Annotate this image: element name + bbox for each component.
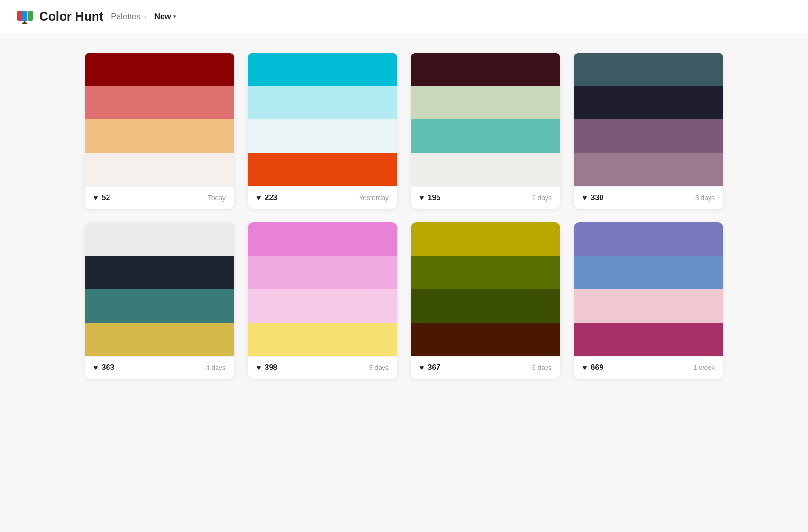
logo-area[interactable]: Color Hunt [15, 7, 103, 26]
palette-card[interactable]: ♥3985 days [248, 222, 397, 379]
svg-marker-4 [22, 21, 28, 24]
color-swatch [574, 153, 723, 186]
color-swatch [411, 153, 560, 186]
like-section[interactable]: ♥330 [582, 194, 603, 202]
color-swatch [248, 256, 397, 289]
main-content: ♥52Today♥223Yesterday♥1952 days♥3303 day… [69, 33, 739, 398]
like-count: 223 [265, 194, 278, 202]
palette-footer: ♥6691 week [574, 356, 723, 379]
color-swatch [248, 86, 397, 119]
color-swatch [411, 256, 560, 289]
palette-card[interactable]: ♥3676 days [411, 222, 560, 379]
color-swatch [85, 153, 234, 186]
palette-card[interactable]: ♥3303 days [574, 53, 723, 209]
like-count: 367 [428, 363, 441, 372]
like-count: 363 [102, 363, 115, 372]
color-swatch [85, 86, 234, 119]
palette-footer: ♥3634 days [85, 356, 234, 379]
color-swatch [574, 53, 723, 86]
color-swatch [85, 256, 234, 289]
time-label: 3 days [695, 194, 715, 202]
breadcrumb: Palettes › New ▾ [111, 10, 179, 23]
color-swatch [574, 222, 723, 256]
like-section[interactable]: ♥52 [93, 194, 110, 202]
site-title: Color Hunt [39, 9, 103, 24]
time-label: Today [208, 194, 226, 202]
heart-icon: ♥ [419, 363, 424, 372]
logo-icon [15, 7, 34, 26]
palette-colors [248, 53, 397, 186]
nav-current-label: New [154, 12, 171, 22]
palette-card[interactable]: ♥52Today [85, 53, 234, 209]
breadcrumb-separator: › [144, 12, 147, 21]
heart-icon: ♥ [582, 194, 587, 202]
palette-colors [248, 222, 397, 356]
color-swatch [248, 222, 397, 256]
color-swatch [85, 119, 234, 153]
palette-footer: ♥223Yesterday [248, 186, 397, 209]
like-count: 52 [102, 194, 110, 202]
time-label: 5 days [369, 364, 389, 371]
palette-colors [85, 222, 234, 356]
like-section[interactable]: ♥195 [419, 194, 440, 202]
like-count: 398 [265, 363, 278, 372]
palette-colors [411, 53, 560, 186]
like-section[interactable]: ♥669 [582, 363, 603, 372]
time-label: 4 days [206, 364, 226, 371]
like-section[interactable]: ♥363 [93, 363, 114, 372]
svg-rect-1 [17, 11, 22, 21]
heart-icon: ♥ [582, 363, 587, 372]
palette-footer: ♥1952 days [411, 186, 560, 209]
color-swatch [574, 323, 723, 356]
color-swatch [411, 222, 560, 256]
svg-rect-3 [28, 11, 33, 21]
chevron-down-icon: ▾ [173, 13, 176, 20]
palette-card[interactable]: ♥223Yesterday [248, 53, 397, 209]
time-label: 1 week [694, 364, 715, 371]
time-label: 6 days [532, 364, 552, 371]
palette-footer: ♥3303 days [574, 186, 723, 209]
time-label: Yesterday [359, 194, 389, 202]
color-swatch [248, 119, 397, 153]
heart-icon: ♥ [93, 194, 98, 202]
color-swatch [411, 53, 560, 86]
palette-colors [85, 53, 234, 186]
like-count: 330 [591, 194, 604, 202]
palette-footer: ♥3985 days [248, 356, 397, 379]
like-count: 195 [428, 194, 441, 202]
palette-card[interactable]: ♥6691 week [574, 222, 723, 379]
color-swatch [574, 289, 723, 323]
site-header: Color Hunt Palettes › New ▾ [0, 0, 808, 33]
color-swatch [411, 323, 560, 356]
color-swatch [411, 86, 560, 119]
heart-icon: ♥ [419, 194, 424, 202]
palette-grid: ♥52Today♥223Yesterday♥1952 days♥3303 day… [85, 53, 723, 379]
palette-card[interactable]: ♥3634 days [85, 222, 234, 379]
like-section[interactable]: ♥367 [419, 363, 440, 372]
color-swatch [85, 53, 234, 86]
color-swatch [411, 119, 560, 153]
palette-colors [574, 222, 723, 356]
color-swatch [411, 289, 560, 323]
color-swatch [85, 222, 234, 256]
nav-dropdown-new[interactable]: New ▾ [151, 10, 180, 23]
palette-footer: ♥3676 days [411, 356, 560, 379]
color-swatch [248, 289, 397, 323]
color-swatch [574, 86, 723, 119]
like-count: 669 [591, 363, 604, 372]
palette-card[interactable]: ♥1952 days [411, 53, 560, 209]
color-swatch [574, 119, 723, 153]
time-label: 2 days [532, 194, 552, 202]
palette-colors [574, 53, 723, 186]
palette-footer: ♥52Today [85, 186, 234, 209]
color-swatch [248, 323, 397, 356]
nav-palettes[interactable]: Palettes [111, 12, 140, 22]
heart-icon: ♥ [93, 363, 98, 372]
color-swatch [574, 256, 723, 289]
color-swatch [248, 53, 397, 86]
svg-rect-2 [22, 11, 27, 21]
color-swatch [85, 289, 234, 323]
like-section[interactable]: ♥398 [256, 363, 277, 372]
color-swatch [85, 323, 234, 356]
like-section[interactable]: ♥223 [256, 194, 277, 202]
